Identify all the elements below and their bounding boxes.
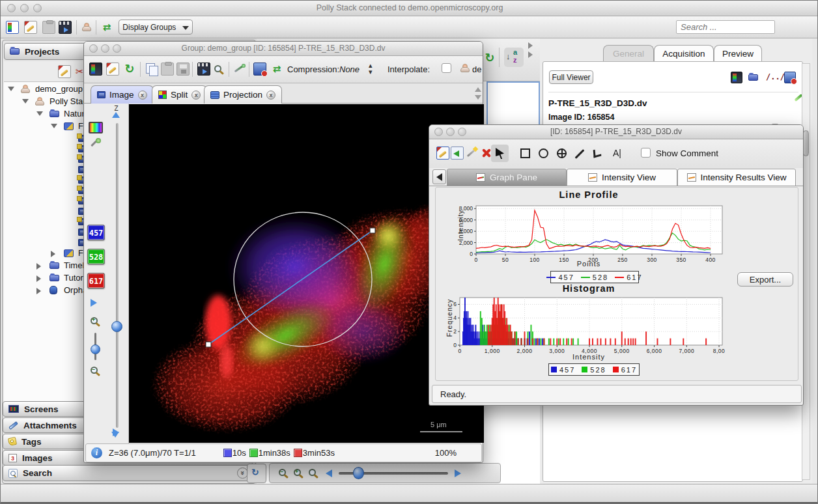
tab-general[interactable]: General xyxy=(603,45,654,62)
color-model-icon[interactable] xyxy=(89,122,103,133)
edit-icon[interactable] xyxy=(436,147,449,160)
sort-az-icon[interactable]: ↓ a z xyxy=(504,48,524,67)
images-icon xyxy=(8,454,17,462)
roi-line-handle[interactable] xyxy=(370,228,375,233)
rectangle-tool-icon[interactable] xyxy=(520,148,530,158)
lens-slider-handle[interactable] xyxy=(91,344,100,354)
point-tool-icon[interactable] xyxy=(557,148,567,158)
activities-button[interactable]: ↻ xyxy=(247,464,266,483)
expand-arrow-icon[interactable] xyxy=(528,51,533,58)
compression-value[interactable]: None xyxy=(339,64,360,74)
annotate-icon[interactable] xyxy=(106,63,119,76)
measure-icon[interactable] xyxy=(233,63,246,76)
channel-button-528[interactable]: 528 xyxy=(87,249,105,264)
tab-preview[interactable]: Preview xyxy=(714,45,762,62)
close-tab-icon[interactable]: x xyxy=(191,91,201,100)
tab-scroll-left-button[interactable] xyxy=(432,169,446,184)
tab-intensity-results-view[interactable]: Intensity Results View xyxy=(677,169,796,186)
tab-graph-pane[interactable]: Graph Pane xyxy=(447,169,567,186)
tree-expand-arrow[interactable] xyxy=(36,275,41,282)
histogram-chart: 01,0002,0003,0004,0005,0006,0007,0008,00… xyxy=(448,294,729,357)
scrollbar-thumb[interactable] xyxy=(803,130,809,156)
copy-icon[interactable] xyxy=(145,63,158,76)
publish-icon[interactable]: ⇄ xyxy=(270,63,283,76)
projects-browser-icon[interactable] xyxy=(6,21,19,34)
users-icon[interactable] xyxy=(82,23,90,31)
save-icon[interactable] xyxy=(176,63,190,76)
save-roi-icon[interactable] xyxy=(451,147,464,160)
close-tab-icon[interactable]: x xyxy=(138,91,147,100)
containers-icon[interactable] xyxy=(748,72,760,83)
download-icon[interactable] xyxy=(784,72,796,83)
channel-button-457[interactable]: 457 xyxy=(87,225,105,240)
timepoint-label: 10s xyxy=(233,448,246,458)
info-icon[interactable]: i xyxy=(91,447,102,458)
data-browser-icon[interactable] xyxy=(42,21,55,34)
z-slider-track[interactable] xyxy=(116,123,119,428)
search-input[interactable] xyxy=(676,20,775,34)
viewer-statusbar: i Z=36 (7.0μm)/70 T=1/1 10s1min38s3min53… xyxy=(85,443,482,462)
zoom-out-icon[interactable]: – xyxy=(279,469,286,476)
lens-zoom-out-icon[interactable]: – xyxy=(91,367,98,374)
tree-expand-arrow[interactable] xyxy=(8,87,14,91)
tab-split[interactable]: Split x xyxy=(152,85,207,104)
zoom-fit-icon[interactable] xyxy=(309,469,316,476)
roi-line-handle[interactable] xyxy=(206,342,211,347)
z-slider-handle[interactable] xyxy=(111,321,122,332)
split-tab-icon xyxy=(158,91,167,99)
tree-expand-arrow[interactable] xyxy=(22,99,29,104)
compression-label: Compression: xyxy=(287,64,339,74)
tab-intensity-view[interactable]: Intensity View xyxy=(567,169,677,186)
z-movie-play-icon[interactable] xyxy=(113,428,119,436)
z-up-icon[interactable] xyxy=(112,112,120,118)
lens-zoom-in-icon[interactable]: + xyxy=(91,317,98,324)
tree-expand-arrow[interactable] xyxy=(51,124,57,128)
refresh-icon[interactable]: ↻ xyxy=(483,51,496,64)
full-viewer-button[interactable]: Full Viewer xyxy=(549,70,593,84)
paste-icon[interactable] xyxy=(161,63,174,76)
tree-expand-arrow[interactable] xyxy=(36,288,41,294)
channel-movie-play-icon[interactable] xyxy=(91,299,97,307)
scripts-icon[interactable]: ⇄ xyxy=(100,21,113,34)
tree-expand-arrow[interactable] xyxy=(36,111,43,116)
zoom-in-icon[interactable]: + xyxy=(294,469,301,476)
tree-expand-arrow[interactable] xyxy=(36,263,41,270)
interpolate-checkbox[interactable] xyxy=(442,63,451,73)
movie-icon[interactable] xyxy=(197,63,210,76)
tab-projection[interactable]: Projection x xyxy=(204,85,282,104)
zoom-slider-handle[interactable] xyxy=(353,467,364,479)
tab-scroll-up-icon[interactable] xyxy=(475,87,481,92)
tree-expand-arrow[interactable] xyxy=(51,251,55,257)
sidebar-item-search[interactable]: Search » xyxy=(3,465,255,481)
magnifier-icon[interactable] xyxy=(214,65,221,72)
editor-icon[interactable] xyxy=(24,21,37,34)
collapse-arrow-icon[interactable] xyxy=(528,42,533,49)
image-viewer-icon[interactable] xyxy=(59,21,72,34)
line-tool-icon[interactable] xyxy=(575,149,585,159)
zoom-slider-right-icon[interactable] xyxy=(455,469,461,477)
channels-icon[interactable] xyxy=(731,72,742,83)
image-export-icon[interactable] xyxy=(253,63,266,76)
text-tool-icon[interactable]: A| xyxy=(613,148,621,158)
new-container-icon[interactable] xyxy=(58,65,71,78)
display-groups-dropdown[interactable]: Display Groups xyxy=(119,20,193,35)
zoom-slider-left-icon[interactable] xyxy=(326,469,332,477)
wand-icon[interactable] xyxy=(465,147,478,160)
ellipse-tool-icon[interactable] xyxy=(539,148,548,158)
show-comment-checkbox[interactable] xyxy=(641,148,651,158)
line-plot-icon[interactable]: /../. xyxy=(766,70,779,83)
channel-button-617[interactable]: 617 xyxy=(87,273,105,288)
compression-stepper[interactable]: ▴▾ xyxy=(369,63,373,76)
folder-icon xyxy=(49,111,59,117)
close-tab-icon[interactable]: x xyxy=(266,91,275,100)
tab-scroll-down-icon[interactable] xyxy=(475,95,481,100)
show-comment-label: Show Comment xyxy=(656,148,718,158)
tab-acquisition[interactable]: Acquisition xyxy=(654,45,714,62)
timepoint-legend: 10s1min38s3min53s xyxy=(223,448,337,458)
export-button[interactable]: Export... xyxy=(737,272,793,287)
render-settings-icon[interactable] xyxy=(89,63,102,76)
refresh-icon[interactable]: ↻ xyxy=(123,63,136,76)
polyline-tool-icon[interactable] xyxy=(593,148,602,158)
projects-icon xyxy=(10,48,20,55)
tab-image[interactable]: Image x xyxy=(91,85,154,104)
